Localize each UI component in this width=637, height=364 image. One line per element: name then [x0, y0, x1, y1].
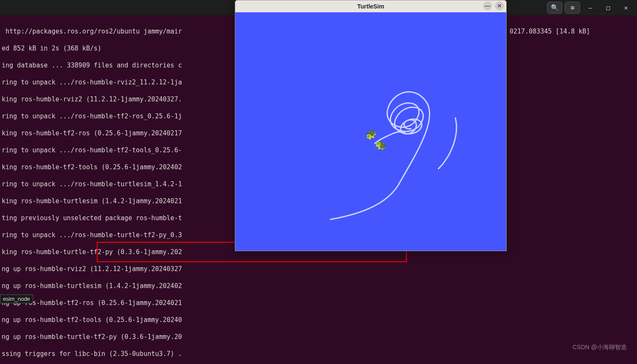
- terminal-line: ng up ros-humble-turtlesim (1.4.2-1jammy…: [2, 282, 635, 290]
- terminal-line: ng up ros-humble-turtle-tf2-py (0.3.6-1j…: [2, 333, 635, 341]
- terminal-line: ssing triggers for libc-bin (2.35-0ubunt…: [2, 350, 635, 358]
- turtlesim-canvas: 🐢 🐢: [235, 12, 506, 251]
- window-title: TurtleSim: [357, 3, 384, 10]
- turtlesim-window[interactable]: TurtleSim — ✕ 🐢 🐢: [235, 0, 507, 251]
- minimize-icon[interactable]: —: [483, 2, 492, 10]
- close-button[interactable]: ✕: [618, 2, 634, 14]
- terminal-line: ng up ros-humble-rviz2 (11.2.12-1jammy.2…: [2, 265, 635, 273]
- close-icon[interactable]: ✕: [495, 2, 504, 10]
- watermark: CSDN @小海聊智造: [572, 344, 627, 351]
- menu-icon[interactable]: ≡: [565, 2, 580, 14]
- minimize-button[interactable]: —: [583, 2, 598, 14]
- terminal-line: ng up ros-humble-tf2-ros (0.25.6-1jammy.…: [2, 299, 635, 307]
- maximize-button[interactable]: □: [600, 2, 616, 14]
- search-icon[interactable]: 🔍: [547, 2, 562, 14]
- tooltip: esim_node: [0, 294, 33, 303]
- turtlesim-titlebar[interactable]: TurtleSim — ✕: [235, 0, 506, 12]
- terminal-line: ng up ros-humble-tf2-tools (0.25.6-1jamm…: [2, 316, 635, 324]
